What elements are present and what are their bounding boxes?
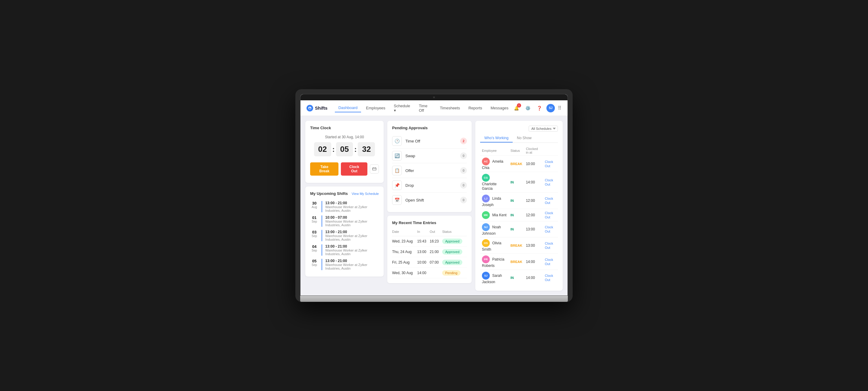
pending-label: Time Off — [405, 139, 460, 143]
emp-clocked-cell: 14:00 — [524, 254, 543, 270]
apps-grid-icon[interactable]: ⠿ — [558, 105, 561, 111]
clock-started-label: Started at 30 Aug, 14:00 — [310, 135, 379, 139]
employee-clockout-link[interactable]: Clock Out — [545, 178, 553, 186]
employee-clockout-link[interactable]: Clock Out — [545, 225, 553, 233]
user-avatar[interactable]: SJ — [547, 104, 555, 112]
employee-status: IN — [510, 227, 514, 231]
help-button[interactable]: ❓ — [535, 104, 544, 112]
employee-row: LJ Linda Joseph IN 12:00 Clock Out — [480, 193, 558, 209]
entry-status: Pending — [442, 268, 467, 278]
brand-icon — [307, 105, 313, 111]
view-schedule-link[interactable]: View My Schedule — [352, 192, 379, 195]
employee-status: IN — [510, 181, 514, 184]
emp-clockout-cell: Clock Out — [543, 237, 558, 254]
emp-name-cell: LJ Linda Joseph — [480, 193, 509, 209]
nav-timesheets[interactable]: Timesheets — [436, 104, 464, 112]
shift-bar — [321, 216, 322, 227]
nav-reports[interactable]: Reports — [465, 104, 486, 112]
employee-clockout-link[interactable]: Clock Out — [545, 160, 553, 168]
pending-count: 2 — [460, 138, 467, 144]
shift-item: 30 Aug 13:00 - 21:00 Warehouse Worker at… — [310, 199, 379, 214]
svg-rect-0 — [373, 168, 376, 170]
shift-bar — [321, 201, 322, 213]
pending-item: 🔄 Swap 0 — [392, 149, 467, 163]
tab-no-show[interactable]: No Show — [513, 134, 536, 142]
entry-date: Thu, 24 Aug — [392, 247, 417, 257]
employee-row: CG Charlotte Garcia IN 14:00 Clock Out — [480, 172, 558, 193]
main-content: Time Clock Started at 30 Aug, 14:00 02 :… — [301, 116, 567, 295]
employee-avatar: OS — [482, 239, 490, 247]
pending-list: 🕐 Time Off 2 🔄 Swap 0 📋 Offer 0 📌 Drop 0… — [392, 134, 467, 207]
schedule-select[interactable]: All Schedules — [529, 126, 558, 132]
clock-out-button[interactable]: Clock Out — [341, 162, 367, 175]
emp-status-cell: IN — [509, 221, 524, 237]
take-break-button[interactable]: Take Break — [310, 162, 338, 175]
shift-date: 01 Sep — [310, 216, 318, 227]
pending-icon: 🔄 — [392, 151, 402, 161]
tab-whos-working[interactable]: Who's Working — [480, 134, 513, 142]
notification-button[interactable]: 🔔 1 — [512, 104, 521, 112]
employee-status: BREAK — [510, 260, 522, 264]
nav-timeoff[interactable]: Time Off — [415, 102, 435, 115]
employee-table: EmployeeStatusClocked in at AC Amelia Ch… — [480, 146, 558, 286]
settings-button[interactable]: ⚙️ — [524, 104, 532, 112]
upcoming-shifts-card: My Upcoming Shifts View My Schedule 30 A… — [305, 187, 384, 276]
pending-approvals-title: Pending Approvals — [392, 126, 467, 130]
employee-avatar: PR — [482, 255, 490, 263]
time-col-header: Out — [430, 229, 442, 236]
employee-clockout-link[interactable]: Clock Out — [545, 258, 553, 266]
notification-badge: 1 — [517, 103, 521, 107]
pending-item: 📅 Open Shift 0 — [392, 193, 467, 207]
emp-col-header: Status — [509, 146, 524, 156]
whos-working-card: All Schedules Who's Working No Show Empl… — [475, 121, 563, 291]
shift-info: 13:00 - 21:00 Warehouse Worker at Zylker… — [325, 201, 379, 213]
emp-status-cell: BREAK — [509, 156, 524, 172]
employee-row: NJ Noah Johnson IN 13:00 Clock Out — [480, 221, 558, 237]
emp-clockout-cell: Clock Out — [543, 156, 558, 172]
employee-name: Mia Kent — [492, 213, 506, 217]
schedule-filter: All Schedules — [480, 126, 558, 132]
brand-name: Shifts — [315, 105, 328, 110]
employee-clockout-link[interactable]: Clock Out — [545, 274, 553, 282]
emp-clockout-cell: Clock Out — [543, 254, 558, 270]
emp-clocked-cell: 13:00 — [524, 221, 543, 237]
mid-column: Pending Approvals 🕐 Time Off 2 🔄 Swap 0 … — [387, 121, 472, 291]
employee-clockout-link[interactable]: Clock Out — [545, 197, 553, 204]
shifts-list: 30 Aug 13:00 - 21:00 Warehouse Worker at… — [310, 199, 379, 272]
emp-clocked-cell: 14:00 — [524, 172, 543, 193]
entry-out: 21:00 — [430, 247, 442, 257]
employee-avatar: NJ — [482, 223, 490, 231]
entry-out — [430, 268, 442, 278]
clock-display: 02 : 05 : 32 — [310, 142, 379, 156]
emp-clockout-cell: Clock Out — [543, 193, 558, 209]
emp-status-cell: IN — [509, 270, 524, 286]
time-entry-row: Thu, 24 Aug 13:00 21:00 Approved — [392, 247, 467, 257]
emp-clockout-cell: Clock Out — [543, 172, 558, 193]
nav-dashboard[interactable]: Dashboard — [335, 104, 361, 112]
emp-clockout-cell: Clock Out — [543, 221, 558, 237]
whos-working-tabs: Who's Working No Show — [480, 134, 558, 143]
employee-status: BREAK — [510, 162, 522, 166]
clock-actions: Take Break Clock Out — [310, 162, 379, 175]
nav-messages[interactable]: Messages — [487, 104, 512, 112]
brand: Shifts — [307, 105, 328, 111]
pending-label: Open Shift — [405, 198, 460, 202]
entry-status: Approved — [442, 236, 467, 247]
employee-clockout-link[interactable]: Clock Out — [545, 241, 553, 250]
clock-extra-button[interactable] — [370, 164, 379, 173]
employee-clockout-link[interactable]: Clock Out — [545, 211, 553, 219]
recent-entries-title: My Recent Time Entries — [392, 221, 467, 225]
time-entry-row: Fri, 25 Aug 10:00 07:00 Approved — [392, 257, 467, 268]
pending-approvals-card: Pending Approvals 🕐 Time Off 2 🔄 Swap 0 … — [387, 121, 472, 212]
time-entry-row: Wed, 30 Aug 14:00 Pending — [392, 268, 467, 278]
pending-count: 0 — [460, 167, 467, 174]
nav-schedule[interactable]: Schedule ▾ — [390, 102, 414, 115]
employee-row: AC Amelia Chia BREAK 10:00 Clock Out — [480, 156, 558, 172]
shift-date: 04 Sep — [310, 244, 318, 256]
pending-count: 0 — [460, 197, 467, 203]
shift-info: 13:00 - 21:00 Warehouse Worker at Zylker… — [325, 244, 379, 256]
shifts-header: My Upcoming Shifts View My Schedule — [310, 191, 379, 196]
emp-status-cell: IN — [509, 193, 524, 209]
clock-sep-1: : — [333, 145, 335, 154]
nav-employees[interactable]: Employees — [362, 104, 389, 112]
